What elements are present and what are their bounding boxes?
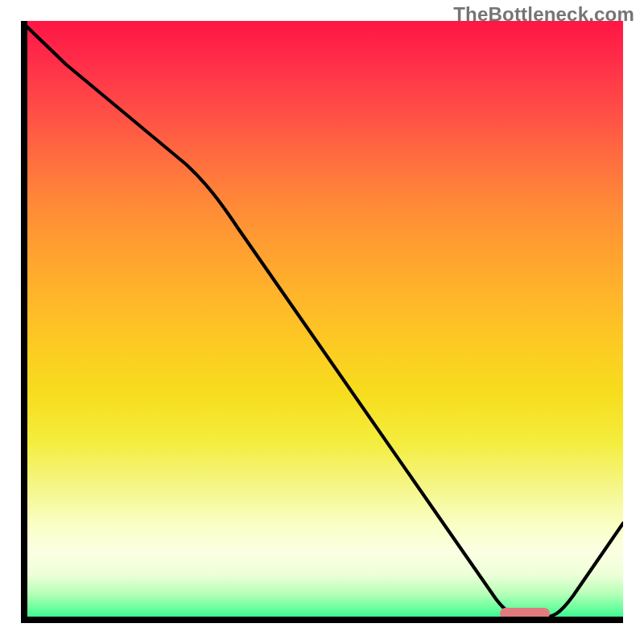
optimal-range-marker [500,608,550,619]
chart-stage: TheBottleneck.com [0,0,644,644]
curve-path [21,21,623,618]
plot-area [21,21,623,623]
bottleneck-curve [21,21,623,623]
